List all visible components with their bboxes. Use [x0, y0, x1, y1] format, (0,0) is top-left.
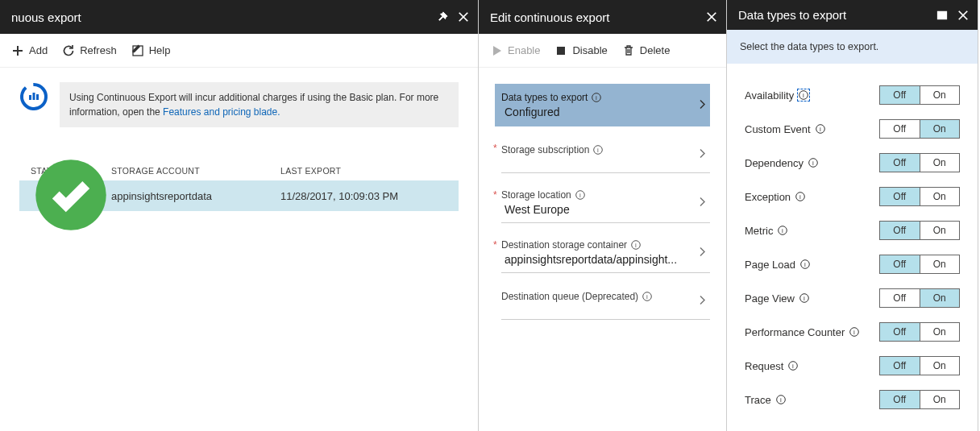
storage-account-cell: appinsightsreportdata — [111, 190, 280, 202]
refresh-label: Refresh — [80, 44, 117, 56]
toggle-on[interactable]: On — [920, 391, 960, 408]
svg-text:i: i — [579, 192, 581, 199]
svg-text:i: i — [853, 329, 855, 336]
container-label: Destination storage container — [501, 239, 627, 251]
info-icon: i — [800, 259, 810, 269]
off-on-toggle[interactable]: OffOn — [879, 322, 960, 342]
off-on-toggle[interactable]: OffOn — [879, 85, 960, 105]
info-icon: i — [642, 292, 652, 301]
toggle-off[interactable]: Off — [880, 289, 920, 307]
svg-rect-6 — [29, 95, 31, 100]
help-button[interactable]: Help — [131, 44, 171, 57]
subscription-label: Storage subscription — [501, 144, 589, 155]
off-on-toggle[interactable]: OffOn — [879, 288, 960, 308]
close-icon[interactable] — [957, 9, 970, 22]
trash-icon — [622, 44, 635, 57]
chevron-right-icon — [699, 293, 707, 309]
required-star: * — [493, 189, 497, 201]
data-type-row: AvailabilityiOffOn — [745, 78, 960, 112]
location-label: Storage location — [501, 189, 571, 201]
off-on-toggle[interactable]: OffOn — [879, 221, 960, 240]
data-types-row[interactable]: Data types to export i Configured — [495, 84, 710, 126]
destination-queue-row[interactable]: Destination queue (Deprecated) i — [501, 283, 710, 320]
disable-button[interactable]: Disable — [554, 44, 607, 57]
data-type-label: Metrici — [745, 225, 879, 237]
info-icon: i — [849, 327, 859, 337]
blade-edit-continuous-export: Edit continuous export Enable Disable — [479, 0, 727, 431]
data-type-label: Exceptioni — [745, 191, 879, 203]
toggle-off[interactable]: Off — [880, 120, 920, 138]
storage-location-row[interactable]: * Storage location i West Europe — [501, 183, 710, 223]
info-banner: Using Continuous Export will incur addit… — [60, 82, 459, 127]
off-on-toggle[interactable]: OffOn — [879, 187, 960, 206]
required-star: * — [493, 143, 497, 154]
data-type-row: Custom EventiOffOn — [745, 112, 960, 146]
toggle-on[interactable]: On — [920, 222, 960, 239]
toggle-on[interactable]: On — [920, 255, 960, 273]
refresh-button[interactable]: Refresh — [62, 44, 117, 57]
toggle-off[interactable]: Off — [880, 154, 920, 172]
toggle-on[interactable]: On — [920, 154, 960, 172]
info-icon: i — [795, 192, 805, 201]
toggle-on[interactable]: On — [920, 289, 960, 307]
svg-text:i: i — [635, 242, 637, 249]
toggle-on[interactable]: On — [920, 86, 960, 104]
close-icon[interactable] — [705, 10, 718, 23]
blade-header: nuous export — [0, 0, 478, 34]
toggle-on[interactable]: On — [920, 323, 960, 341]
data-type-label: Custom Eventi — [745, 123, 879, 135]
blade-title: Data types to export — [738, 8, 928, 22]
svg-text:i: i — [793, 363, 795, 370]
off-on-toggle[interactable]: OffOn — [879, 356, 960, 375]
off-on-toggle[interactable]: OffOn — [879, 390, 960, 409]
info-icon: i — [799, 90, 808, 100]
off-on-toggle[interactable]: OffOn — [879, 119, 960, 139]
storage-container-row[interactable]: * Destination storage container i appins… — [501, 233, 710, 273]
info-icon: i — [593, 145, 603, 155]
enable-label: Enable — [508, 44, 540, 56]
chevron-right-icon — [699, 245, 707, 260]
toggle-off[interactable]: Off — [880, 188, 920, 205]
add-button[interactable]: Add — [11, 44, 48, 57]
export-table: STATUS STORAGE ACCOUNT LAST EXPORT appin… — [19, 166, 459, 211]
help-icon — [131, 44, 144, 57]
data-type-label: Performance Counteri — [745, 326, 879, 338]
enable-button: Enable — [490, 44, 540, 57]
disable-label: Disable — [572, 44, 607, 56]
toggle-off[interactable]: Off — [880, 357, 920, 375]
delete-button[interactable]: Delete — [622, 44, 671, 57]
data-type-row: Performance CounteriOffOn — [745, 315, 960, 349]
off-on-toggle[interactable]: OffOn — [879, 255, 960, 274]
toolbar: Enable Disable Delete — [479, 34, 726, 68]
svg-rect-8 — [36, 94, 39, 100]
info-icon: i — [592, 93, 601, 102]
pin-icon[interactable] — [436, 10, 449, 23]
toggle-on[interactable]: On — [920, 357, 960, 375]
blade-header: Edit continuous export — [479, 0, 726, 34]
data-type-label: Dependencyi — [745, 157, 879, 169]
data-type-label-text: Metric — [745, 225, 773, 237]
toggle-off[interactable]: Off — [880, 323, 920, 341]
data-type-row: RequestiOffOn — [745, 349, 960, 383]
location-value: West Europe — [501, 203, 691, 216]
features-pricing-link[interactable]: Features and pricing blade. — [163, 106, 280, 118]
storage-subscription-row[interactable]: * Storage subscription i — [501, 136, 710, 173]
svg-text:i: i — [646, 293, 648, 300]
data-type-label-text: Trace — [745, 394, 771, 406]
toggle-off[interactable]: Off — [880, 222, 920, 239]
required-star: * — [493, 239, 497, 251]
toggle-off[interactable]: Off — [880, 86, 920, 104]
refresh-icon — [62, 44, 75, 57]
toggle-on[interactable]: On — [920, 120, 960, 138]
close-icon[interactable] — [457, 10, 470, 23]
toggle-on[interactable]: On — [920, 188, 960, 205]
maximize-icon[interactable] — [936, 9, 949, 22]
delete-label: Delete — [640, 44, 671, 56]
data-type-row: Page LoadiOffOn — [745, 247, 960, 281]
blade-header: Data types to export — [727, 0, 978, 30]
svg-text:i: i — [804, 261, 806, 268]
off-on-toggle[interactable]: OffOn — [879, 153, 960, 172]
toggle-off[interactable]: Off — [880, 255, 920, 273]
table-row[interactable]: appinsightsreportdata 11/28/2017, 10:09:… — [19, 180, 459, 211]
toggle-off[interactable]: Off — [880, 391, 920, 408]
